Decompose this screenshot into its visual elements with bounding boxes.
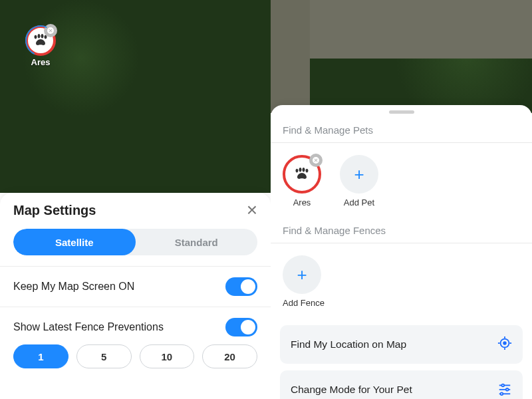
add-pet-button[interactable]: + Add Pet	[340, 155, 378, 207]
pet-marker-ares[interactable]: Ares	[25, 25, 56, 67]
segment-standard[interactable]: Standard	[136, 229, 258, 255]
divider	[271, 243, 532, 243]
plus-icon: +	[283, 255, 321, 294]
pet-chip-label: Ares	[283, 198, 321, 207]
svg-point-1	[503, 342, 506, 344]
close-icon[interactable]: ×	[247, 201, 257, 219]
svg-point-7	[501, 384, 504, 387]
action-label: Find My Location on Map	[291, 338, 406, 350]
count-option-10[interactable]: 10	[140, 344, 195, 368]
add-fence-label: Add Fence	[283, 298, 325, 308]
action-change-mode[interactable]: Change Mode for Your Pet	[280, 370, 523, 399]
keep-screen-on-toggle[interactable]	[225, 277, 257, 296]
count-option-5[interactable]: 5	[76, 344, 132, 368]
section-title-fences: Find & Manage Fences	[271, 218, 532, 243]
svg-point-11	[501, 392, 503, 395]
fence-preventions-label: Show Latest Fence Preventions	[13, 321, 164, 333]
pet-marker-label: Ares	[25, 57, 56, 67]
screen-manage: Find & Manage Pets Ares + Add Pet Find &…	[271, 0, 532, 399]
offline-status-icon	[44, 24, 57, 37]
fences-chips: + Add Fence	[271, 253, 532, 319]
pets-chips: Ares + Add Pet	[271, 152, 532, 218]
sliders-icon	[497, 381, 512, 398]
count-option-1[interactable]: 1	[13, 344, 68, 368]
fence-prevention-count-picker: 1 5 10 20	[0, 342, 271, 382]
map-type-segmented: Satellite Standard	[13, 229, 257, 255]
paw-icon	[33, 33, 49, 49]
action-find-my-location[interactable]: Find My Location on Map	[280, 325, 523, 364]
sheet-title: Map Settings	[13, 203, 96, 218]
keep-screen-on-label: Keep My Map Screen ON	[13, 281, 134, 293]
plus-icon: +	[340, 155, 378, 194]
action-label: Change Mode for Your Pet	[291, 384, 412, 396]
row-keep-screen-on: Keep My Map Screen ON	[0, 267, 271, 307]
row-fence-preventions: Show Latest Fence Preventions	[0, 307, 271, 342]
add-pet-label: Add Pet	[340, 198, 378, 207]
manage-sheet: Find & Manage Pets Ares + Add Pet Find &…	[271, 105, 532, 399]
screen-map-settings: Ares Map Settings × Satellite Standard K…	[0, 0, 271, 399]
add-fence-button[interactable]: + Add Fence	[283, 255, 325, 308]
count-option-20[interactable]: 20	[202, 344, 257, 368]
section-title-pets: Find & Manage Pets	[271, 118, 532, 142]
divider	[271, 142, 532, 143]
map-satellite-view[interactable]	[271, 0, 532, 113]
map-settings-sheet: Map Settings × Satellite Standard Keep M…	[0, 193, 271, 399]
pet-avatar-ring	[25, 25, 56, 56]
locate-icon	[497, 336, 512, 353]
fence-preventions-toggle[interactable]	[225, 318, 257, 336]
offline-status-icon	[309, 154, 323, 167]
segment-satellite[interactable]: Satellite	[13, 229, 136, 255]
paw-icon	[294, 166, 310, 182]
pet-chip-ares[interactable]: Ares	[283, 155, 321, 207]
svg-point-9	[506, 388, 509, 391]
sheet-grabber[interactable]	[389, 110, 414, 114]
